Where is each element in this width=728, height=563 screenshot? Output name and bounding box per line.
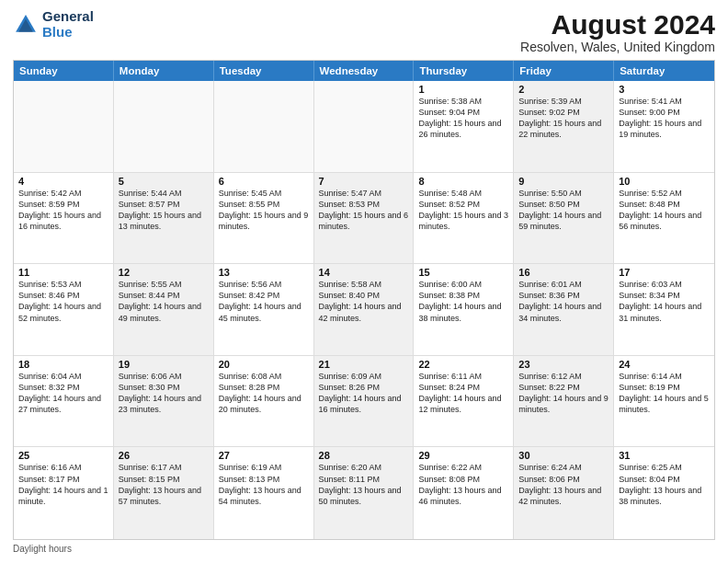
day-info: Sunrise: 6:19 AM Sunset: 8:13 PM Dayligh… xyxy=(219,462,309,507)
cal-cell: 4Sunrise: 5:42 AM Sunset: 8:59 PM Daylig… xyxy=(14,173,114,264)
title-block: August 2024 Resolven, Wales, United King… xyxy=(520,9,715,54)
cal-cell: 12Sunrise: 5:55 AM Sunset: 8:44 PM Dayli… xyxy=(114,264,214,355)
day-info: Sunrise: 5:39 AM Sunset: 9:02 PM Dayligh… xyxy=(518,96,609,141)
header: General Blue August 2024 Resolven, Wales… xyxy=(13,9,715,54)
day-info: Sunrise: 6:22 AM Sunset: 8:08 PM Dayligh… xyxy=(418,462,508,507)
cal-cell: 23Sunrise: 6:12 AM Sunset: 8:22 PM Dayli… xyxy=(514,356,614,447)
day-info: Sunrise: 5:42 AM Sunset: 8:59 PM Dayligh… xyxy=(18,188,108,233)
logo: General Blue xyxy=(13,9,94,40)
cal-week-2: 4Sunrise: 5:42 AM Sunset: 8:59 PM Daylig… xyxy=(14,173,714,265)
cal-header-day-thursday: Thursday xyxy=(414,61,514,81)
day-number: 18 xyxy=(18,359,108,370)
cal-cell: 5Sunrise: 5:44 AM Sunset: 8:57 PM Daylig… xyxy=(114,173,214,264)
footer-note: Daylight hours xyxy=(13,544,715,554)
logo-icon xyxy=(13,12,39,38)
cal-cell: 22Sunrise: 6:11 AM Sunset: 8:24 PM Dayli… xyxy=(414,356,514,447)
cal-cell xyxy=(114,81,214,172)
day-number: 31 xyxy=(619,450,710,461)
day-number: 14 xyxy=(319,267,409,278)
day-number: 17 xyxy=(619,267,710,278)
day-number: 20 xyxy=(219,359,309,370)
day-number: 15 xyxy=(418,267,508,278)
main-title: August 2024 xyxy=(520,9,715,40)
day-number: 27 xyxy=(219,450,309,461)
cal-cell xyxy=(214,81,314,172)
day-info: Sunrise: 5:50 AM Sunset: 8:50 PM Dayligh… xyxy=(518,188,609,233)
day-info: Sunrise: 5:53 AM Sunset: 8:46 PM Dayligh… xyxy=(18,279,108,324)
cal-cell: 24Sunrise: 6:14 AM Sunset: 8:19 PM Dayli… xyxy=(614,356,714,447)
cal-cell: 10Sunrise: 5:52 AM Sunset: 8:48 PM Dayli… xyxy=(614,173,714,264)
cal-cell: 20Sunrise: 6:08 AM Sunset: 8:28 PM Dayli… xyxy=(214,356,314,447)
calendar: SundayMondayTuesdayWednesdayThursdayFrid… xyxy=(13,60,715,540)
cal-cell: 1Sunrise: 5:38 AM Sunset: 9:04 PM Daylig… xyxy=(414,81,514,172)
cal-cell: 3Sunrise: 5:41 AM Sunset: 9:00 PM Daylig… xyxy=(614,81,714,172)
calendar-body: 1Sunrise: 5:38 AM Sunset: 9:04 PM Daylig… xyxy=(14,81,714,539)
day-number: 2 xyxy=(518,84,609,95)
day-number: 8 xyxy=(418,176,508,187)
cal-cell: 8Sunrise: 5:48 AM Sunset: 8:52 PM Daylig… xyxy=(414,173,514,264)
cal-cell: 27Sunrise: 6:19 AM Sunset: 8:13 PM Dayli… xyxy=(214,447,314,539)
day-number: 21 xyxy=(319,359,409,370)
cal-cell: 15Sunrise: 6:00 AM Sunset: 8:38 PM Dayli… xyxy=(414,264,514,355)
day-info: Sunrise: 6:04 AM Sunset: 8:32 PM Dayligh… xyxy=(18,371,108,416)
day-info: Sunrise: 5:56 AM Sunset: 8:42 PM Dayligh… xyxy=(219,279,309,324)
day-number: 7 xyxy=(319,176,409,187)
day-info: Sunrise: 6:25 AM Sunset: 8:04 PM Dayligh… xyxy=(619,462,710,507)
day-info: Sunrise: 6:20 AM Sunset: 8:11 PM Dayligh… xyxy=(319,462,409,507)
cal-cell xyxy=(314,81,415,172)
day-number: 4 xyxy=(18,176,108,187)
day-info: Sunrise: 6:09 AM Sunset: 8:26 PM Dayligh… xyxy=(319,371,409,416)
day-info: Sunrise: 5:45 AM Sunset: 8:55 PM Dayligh… xyxy=(219,188,309,233)
cal-cell: 28Sunrise: 6:20 AM Sunset: 8:11 PM Dayli… xyxy=(314,447,415,539)
cal-cell: 11Sunrise: 5:53 AM Sunset: 8:46 PM Dayli… xyxy=(14,264,114,355)
cal-cell: 16Sunrise: 6:01 AM Sunset: 8:36 PM Dayli… xyxy=(514,264,614,355)
day-number: 29 xyxy=(418,450,508,461)
cal-cell: 14Sunrise: 5:58 AM Sunset: 8:40 PM Dayli… xyxy=(314,264,415,355)
day-info: Sunrise: 6:17 AM Sunset: 8:15 PM Dayligh… xyxy=(119,462,209,507)
cal-header-day-sunday: Sunday xyxy=(14,61,114,81)
cal-cell: 26Sunrise: 6:17 AM Sunset: 8:15 PM Dayli… xyxy=(114,447,214,539)
day-number: 19 xyxy=(119,359,209,370)
day-number: 13 xyxy=(219,267,309,278)
logo-line1: General xyxy=(42,9,94,25)
cal-header-day-friday: Friday xyxy=(514,61,614,81)
cal-cell: 19Sunrise: 6:06 AM Sunset: 8:30 PM Dayli… xyxy=(114,356,214,447)
day-info: Sunrise: 6:08 AM Sunset: 8:28 PM Dayligh… xyxy=(219,371,309,416)
cal-week-4: 18Sunrise: 6:04 AM Sunset: 8:32 PM Dayli… xyxy=(14,356,714,448)
page: General Blue August 2024 Resolven, Wales… xyxy=(0,0,728,563)
day-number: 16 xyxy=(518,267,609,278)
day-number: 10 xyxy=(619,176,710,187)
day-number: 24 xyxy=(619,359,710,370)
cal-week-1: 1Sunrise: 5:38 AM Sunset: 9:04 PM Daylig… xyxy=(14,81,714,173)
cal-cell: 13Sunrise: 5:56 AM Sunset: 8:42 PM Dayli… xyxy=(214,264,314,355)
cal-cell: 21Sunrise: 6:09 AM Sunset: 8:26 PM Dayli… xyxy=(314,356,415,447)
day-number: 22 xyxy=(418,359,508,370)
day-info: Sunrise: 5:52 AM Sunset: 8:48 PM Dayligh… xyxy=(619,188,710,233)
day-info: Sunrise: 5:47 AM Sunset: 8:53 PM Dayligh… xyxy=(319,188,409,233)
day-number: 28 xyxy=(319,450,409,461)
day-number: 26 xyxy=(119,450,209,461)
subtitle: Resolven, Wales, United Kingdom xyxy=(520,40,715,54)
day-info: Sunrise: 6:06 AM Sunset: 8:30 PM Dayligh… xyxy=(119,371,209,416)
cal-cell: 18Sunrise: 6:04 AM Sunset: 8:32 PM Dayli… xyxy=(14,356,114,447)
cal-cell: 25Sunrise: 6:16 AM Sunset: 8:17 PM Dayli… xyxy=(14,447,114,539)
logo-line2: Blue xyxy=(42,25,94,40)
day-info: Sunrise: 5:58 AM Sunset: 8:40 PM Dayligh… xyxy=(319,279,409,324)
day-info: Sunrise: 6:00 AM Sunset: 8:38 PM Dayligh… xyxy=(418,279,508,324)
day-info: Sunrise: 6:14 AM Sunset: 8:19 PM Dayligh… xyxy=(619,371,710,416)
day-info: Sunrise: 6:03 AM Sunset: 8:34 PM Dayligh… xyxy=(619,279,710,324)
cal-cell: 6Sunrise: 5:45 AM Sunset: 8:55 PM Daylig… xyxy=(214,173,314,264)
cal-cell xyxy=(14,81,114,172)
cal-cell: 2Sunrise: 5:39 AM Sunset: 9:02 PM Daylig… xyxy=(514,81,614,172)
day-number: 30 xyxy=(518,450,609,461)
cal-cell: 31Sunrise: 6:25 AM Sunset: 8:04 PM Dayli… xyxy=(614,447,714,539)
day-number: 3 xyxy=(619,84,710,95)
day-info: Sunrise: 5:38 AM Sunset: 9:04 PM Dayligh… xyxy=(418,96,508,141)
day-info: Sunrise: 6:01 AM Sunset: 8:36 PM Dayligh… xyxy=(518,279,609,324)
day-number: 5 xyxy=(119,176,209,187)
cal-cell: 29Sunrise: 6:22 AM Sunset: 8:08 PM Dayli… xyxy=(414,447,514,539)
cal-cell: 17Sunrise: 6:03 AM Sunset: 8:34 PM Dayli… xyxy=(614,264,714,355)
day-number: 9 xyxy=(518,176,609,187)
day-number: 12 xyxy=(119,267,209,278)
cal-cell: 9Sunrise: 5:50 AM Sunset: 8:50 PM Daylig… xyxy=(514,173,614,264)
